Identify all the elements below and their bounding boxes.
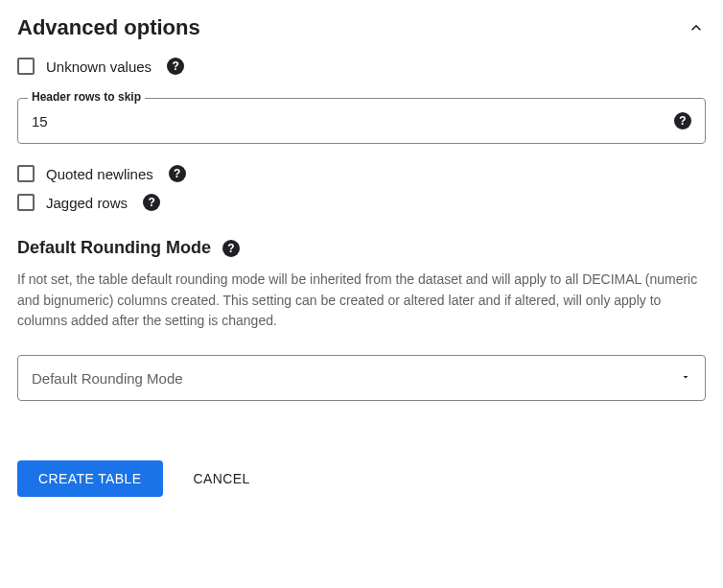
help-icon[interactable]: ?	[222, 240, 240, 257]
section-title: Advanced options	[17, 15, 200, 40]
action-bar: CREATE TABLE CANCEL	[17, 460, 706, 497]
jagged-rows-row: Jagged rows ?	[17, 194, 706, 211]
help-icon[interactable]: ?	[674, 112, 691, 129]
create-table-button[interactable]: CREATE TABLE	[17, 460, 163, 497]
quoted-newlines-label: Quoted newlines	[46, 166, 153, 182]
rounding-mode-selected: Default Rounding Mode	[32, 370, 183, 387]
dropdown-icon	[680, 369, 691, 387]
rounding-mode-title: Default Rounding Mode	[17, 238, 211, 258]
rounding-mode-description: If not set, the table default rounding m…	[17, 270, 706, 332]
help-icon[interactable]: ?	[167, 58, 184, 75]
chevron-up-icon[interactable]	[687, 18, 706, 37]
cancel-button[interactable]: CANCEL	[190, 461, 254, 496]
help-icon[interactable]: ?	[169, 165, 186, 182]
header-rows-label: Header rows to skip	[28, 90, 145, 104]
advanced-options-header[interactable]: Advanced options	[17, 15, 706, 40]
unknown-values-checkbox[interactable]	[17, 58, 35, 75]
jagged-rows-checkbox[interactable]	[17, 194, 35, 211]
rounding-mode-select[interactable]: Default Rounding Mode	[17, 355, 706, 401]
rounding-mode-header: Default Rounding Mode ?	[17, 238, 706, 258]
unknown-values-label: Unknown values	[46, 59, 152, 75]
unknown-values-row: Unknown values ?	[17, 58, 706, 75]
help-icon[interactable]: ?	[143, 194, 160, 211]
header-rows-input[interactable]	[32, 113, 666, 129]
jagged-rows-label: Jagged rows	[46, 195, 128, 211]
header-rows-field[interactable]: Header rows to skip ?	[17, 98, 706, 144]
quoted-newlines-checkbox[interactable]	[17, 165, 35, 182]
quoted-newlines-row: Quoted newlines ?	[17, 165, 706, 182]
